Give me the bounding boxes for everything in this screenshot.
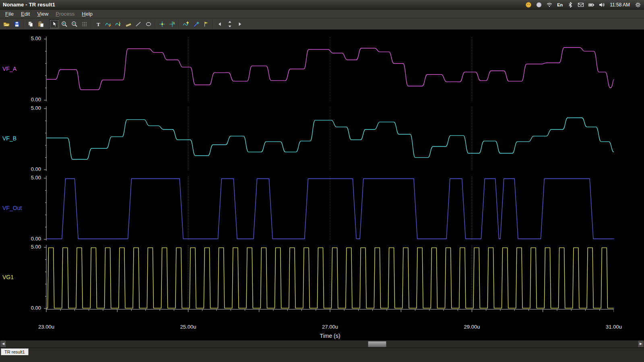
ytick-bottom: 0.00 [14, 305, 41, 311]
step-forward-button[interactable] [235, 19, 245, 29]
ytick-bottom: 0.00 [14, 97, 41, 103]
flag-marker-button[interactable] [201, 19, 211, 29]
toolbar-separator [47, 20, 47, 28]
menu-file[interactable]: File [2, 10, 17, 18]
svg-text:T: T [97, 21, 100, 27]
title-bar: Noname - TR result1 En [0, 0, 644, 10]
zoom-in-button[interactable] [59, 19, 69, 29]
select-tool-button[interactable] [49, 19, 59, 29]
volume-icon[interactable] [599, 2, 605, 8]
notification-icon[interactable] [525, 2, 532, 8]
toolbar-separator [179, 20, 179, 28]
paste-button[interactable] [35, 19, 45, 29]
axes-marker-a-button[interactable] [157, 19, 167, 29]
plot-canvas-vg1[interactable] [44, 245, 614, 310]
xtick-label: 27.00u [322, 324, 338, 330]
save-button[interactable] [12, 19, 22, 29]
plot-canvas-vf_out[interactable] [44, 176, 614, 241]
text-tool-button[interactable]: T [93, 19, 103, 29]
toolbar-separator [213, 20, 213, 28]
scroll-left-button[interactable]: ◀ [0, 340, 6, 348]
x-axis [44, 309, 614, 315]
ytick-top: 5.00 [14, 175, 41, 181]
ruler-button[interactable] [123, 19, 133, 29]
ytick-bottom: 0.00 [14, 236, 41, 242]
grid-toggle-button[interactable] [79, 19, 89, 29]
signal-name-vf_a: VF_A [2, 66, 17, 72]
xtick-label: 25.00u [180, 324, 196, 330]
ellipse-tool-button[interactable] [143, 19, 153, 29]
toolbar-separator [91, 20, 91, 28]
ytick-top: 5.00 [14, 105, 41, 111]
wifi-icon[interactable] [546, 2, 553, 8]
waveform-panel-vf_out: VF_Out5.000.00 [0, 176, 644, 241]
draw-trace-button[interactable] [103, 19, 113, 29]
add-annotation-button[interactable] [191, 19, 201, 29]
horizontal-scrollbar: ◀ ▶ [0, 340, 644, 348]
plot-canvas-vf_b[interactable] [44, 106, 614, 171]
battery-icon[interactable] [588, 2, 594, 8]
system-tray: En 11:58 AM [525, 2, 641, 8]
plot-canvas-vf_a[interactable] [44, 37, 614, 101]
waveform-plot-area[interactable]: Time (s) VF_A5.000.00VF_B5.000.00VF_Out5… [0, 30, 644, 340]
menu-view[interactable]: View [33, 10, 52, 18]
line-tool-button[interactable] [133, 19, 143, 29]
tab-tr-result1[interactable]: TR result1 [1, 348, 29, 355]
menu-bar: FileEditViewProcessHelp [0, 10, 644, 19]
presence-icon[interactable] [536, 2, 542, 8]
bottom-filler [0, 356, 644, 362]
ytick-top: 5.00 [14, 35, 41, 41]
time-axis-label: Time (s) [298, 333, 362, 339]
application-window: Noname - TR result1 En [0, 0, 644, 362]
toolbar-separator [23, 20, 24, 28]
ytick-bottom: 0.00 [14, 166, 41, 172]
signal-name-vf_out: VF_Out [2, 205, 22, 211]
bluetooth-icon[interactable] [567, 2, 574, 8]
zoom-out-button[interactable] [69, 19, 79, 29]
result-tab-bar: TR result1 [0, 348, 644, 356]
scrollbar-track[interactable] [6, 340, 638, 348]
scrollbar-handle[interactable] [368, 341, 386, 347]
xtick-label: 29.00u [464, 324, 480, 330]
toolbar-separator [155, 20, 155, 28]
signal-name-vg1: VG1 [2, 274, 14, 280]
axes-marker-b-button[interactable]: b [167, 19, 177, 29]
xtick-label: 23.00u [38, 324, 54, 330]
signal-name-vf_b: VF_B [2, 135, 17, 142]
xtick-label: 31.00u [606, 324, 622, 330]
waveform-panel-vf_b: VF_B5.000.00 [0, 106, 644, 171]
window-title: Noname - TR result1 [3, 2, 55, 8]
language-indicator[interactable]: En [557, 2, 563, 8]
add-trace-button[interactable] [181, 19, 191, 29]
scroll-right-button[interactable]: ▶ [638, 340, 644, 348]
waveform-panel-vg1: VG15.000.00 [0, 245, 644, 310]
open-button[interactable] [2, 19, 12, 29]
step-back-button[interactable] [215, 19, 225, 29]
ytick-top: 5.00 [14, 244, 41, 250]
menu-edit[interactable]: Edit [17, 10, 33, 18]
menu-help[interactable]: Help [78, 10, 96, 18]
svg-text:b: b [173, 21, 175, 24]
session-gear-icon[interactable] [635, 2, 641, 8]
menu-process[interactable]: Process [52, 10, 78, 18]
probe-marker-button[interactable] [113, 19, 123, 29]
mail-icon[interactable] [578, 2, 584, 8]
trace-vf_b [46, 118, 614, 159]
waveform-panel-vf_a: VF_A5.000.00 [0, 37, 644, 101]
clock-indicator[interactable]: 11:58 AM [610, 2, 630, 8]
toolbar: T b [0, 19, 644, 30]
trace-spinner[interactable] [225, 19, 235, 29]
copy-button[interactable] [25, 19, 35, 29]
trace-vf_a [46, 47, 614, 90]
